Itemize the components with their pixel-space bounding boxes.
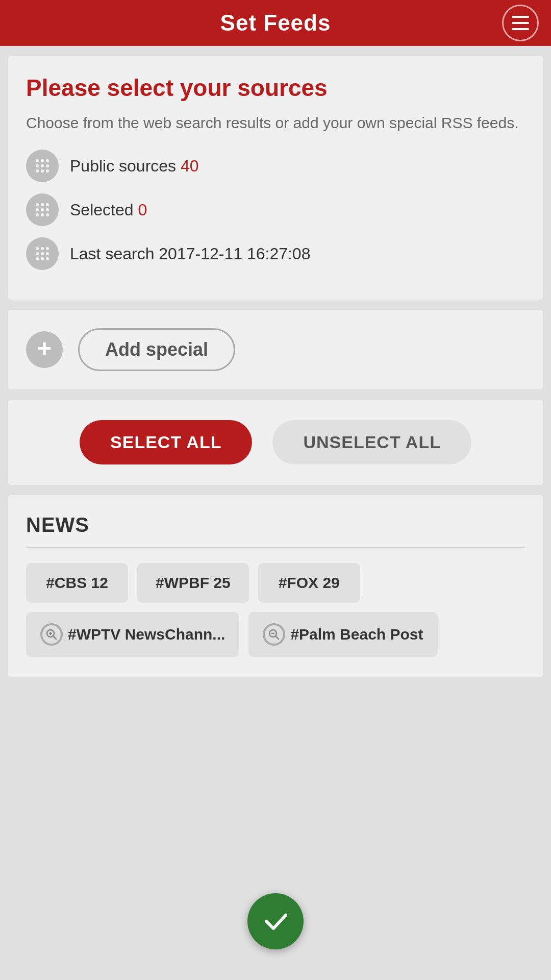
news-tag-wpbf25[interactable]: #WPBF 25: [137, 563, 249, 603]
svg-point-22: [41, 252, 44, 255]
svg-point-6: [36, 169, 39, 173]
menu-line-1: [512, 16, 529, 18]
news-tag-palm-beach[interactable]: #Palm Beach Post: [248, 612, 437, 657]
unselect-all-button[interactable]: UNSELECT ALL: [272, 420, 471, 464]
svg-point-13: [41, 208, 44, 211]
svg-point-12: [36, 208, 39, 211]
zoom-plus-icon: [40, 623, 63, 646]
svg-point-25: [41, 257, 44, 260]
svg-point-4: [41, 164, 44, 167]
selected-icon: [26, 193, 59, 226]
svg-point-23: [46, 252, 49, 255]
svg-point-1: [41, 159, 44, 162]
zoom-minus-icon: [263, 623, 285, 646]
svg-point-20: [46, 247, 49, 250]
news-category-label: NEWS: [26, 513, 525, 536]
svg-point-7: [41, 169, 44, 173]
confirm-fab-button[interactable]: [247, 893, 304, 949]
app-header: Set Feeds: [0, 0, 551, 46]
svg-point-19: [41, 247, 44, 250]
news-card: NEWS #CBS 12 #WPBF 25 #FOX 29 #WPTV News…: [7, 495, 544, 678]
news-tag-cbs12[interactable]: #CBS 12: [26, 563, 128, 603]
card-heading: Please select your sources: [26, 74, 525, 102]
svg-point-5: [46, 164, 49, 167]
add-special-card: + Add special: [7, 309, 544, 390]
select-all-card: SELECT ALL UNSELECT ALL: [7, 399, 544, 485]
svg-point-17: [46, 213, 49, 216]
add-special-button[interactable]: Add special: [78, 328, 235, 371]
plus-icon: +: [37, 336, 52, 361]
svg-point-8: [46, 169, 49, 173]
news-tag-fox29[interactable]: #FOX 29: [258, 563, 360, 603]
svg-point-3: [36, 164, 39, 167]
public-sources-row: Public sources 40: [26, 150, 525, 182]
select-all-button[interactable]: SELECT ALL: [80, 420, 252, 464]
svg-point-24: [36, 257, 39, 260]
news-divider: [26, 547, 525, 548]
selected-count: 0: [138, 201, 147, 219]
svg-line-30: [54, 636, 57, 640]
svg-point-2: [46, 159, 49, 162]
public-sources-count: 40: [181, 157, 199, 175]
last-search-text: Last search 2017-12-11 16:27:08: [70, 244, 310, 263]
last-search-row: Last search 2017-12-11 16:27:08: [26, 237, 525, 270]
menu-line-2: [512, 22, 529, 24]
news-tag-palm-beach-label: #Palm Beach Post: [290, 626, 423, 643]
svg-point-21: [36, 252, 39, 255]
info-card: Please select your sources Choose from t…: [7, 55, 544, 300]
svg-point-0: [36, 159, 39, 162]
add-special-plus-button[interactable]: +: [26, 331, 63, 368]
svg-point-9: [36, 203, 39, 206]
last-search-icon: [26, 237, 59, 270]
svg-point-10: [41, 203, 44, 206]
public-sources-text: Public sources 40: [70, 157, 199, 176]
svg-point-16: [41, 213, 44, 216]
menu-button[interactable]: [502, 5, 539, 41]
card-subtext: Choose from the web search results or ad…: [26, 111, 525, 134]
news-tag-wptv[interactable]: #WPTV NewsChann...: [26, 612, 239, 657]
svg-point-26: [46, 257, 49, 260]
svg-point-14: [46, 208, 49, 211]
selected-text: Selected 0: [70, 201, 147, 219]
svg-point-11: [46, 203, 49, 206]
svg-point-18: [36, 247, 39, 250]
svg-point-15: [36, 213, 39, 216]
public-sources-icon: [26, 150, 59, 182]
page-title: Set Feeds: [220, 10, 331, 36]
selected-row: Selected 0: [26, 193, 525, 226]
news-tag-wptv-label: #WPTV NewsChann...: [68, 626, 225, 643]
menu-line-3: [512, 28, 529, 30]
svg-line-33: [276, 636, 279, 640]
news-tags-grid: #CBS 12 #WPBF 25 #FOX 29 #WPTV NewsChann…: [26, 563, 525, 657]
